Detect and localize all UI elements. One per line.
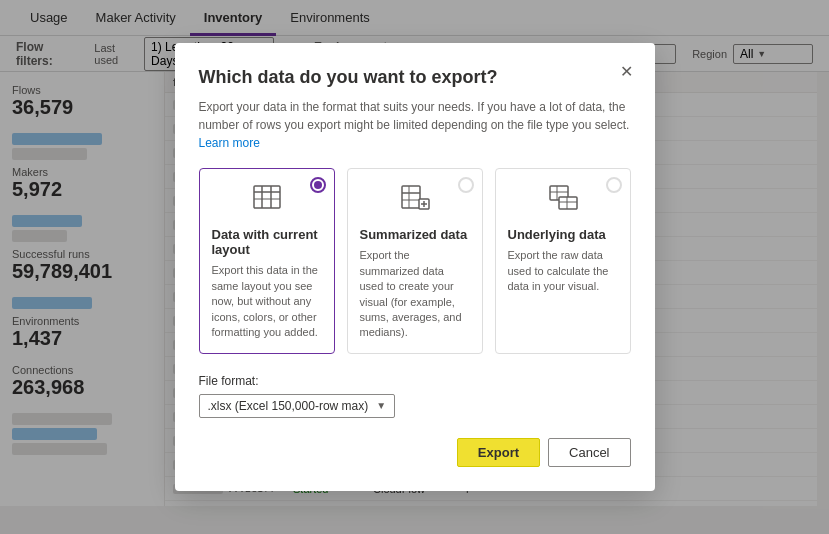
modal-overlay: ✕ Which data do you want to export? Expo… xyxy=(0,0,829,534)
cancel-button[interactable]: Cancel xyxy=(548,438,630,467)
option-current-layout-title: Data with current layout xyxy=(212,227,322,257)
radio-underlying xyxy=(606,177,622,193)
export-options: Data with current layout Export this dat… xyxy=(199,168,631,353)
option-underlying-desc: Export the raw data used to calculate th… xyxy=(508,248,618,294)
export-button[interactable]: Export xyxy=(457,438,540,467)
svg-rect-15 xyxy=(559,197,577,209)
modal-footer: Export Cancel xyxy=(199,438,631,467)
option-summarized-title: Summarized data xyxy=(360,227,470,242)
svg-rect-5 xyxy=(402,186,420,208)
modal-title: Which data do you want to export? xyxy=(199,67,631,88)
option-current-layout[interactable]: Data with current layout Export this dat… xyxy=(199,168,335,353)
option-current-layout-desc: Export this data in the same layout you … xyxy=(212,263,322,340)
table-icon xyxy=(212,181,322,219)
radio-summarized xyxy=(458,177,474,193)
chevron-down-icon: ▼ xyxy=(376,400,386,411)
option-summarized-desc: Export the summarized data used to creat… xyxy=(360,248,470,340)
modal-description: Export your data in the format that suit… xyxy=(199,98,631,152)
file-format-label: File format: xyxy=(199,374,631,388)
modal-close-button[interactable]: ✕ xyxy=(615,59,639,83)
option-underlying[interactable]: Underlying data Export the raw data used… xyxy=(495,168,631,353)
radio-current-layout xyxy=(310,177,326,193)
learn-more-link[interactable]: Learn more xyxy=(199,136,260,150)
export-modal: ✕ Which data do you want to export? Expo… xyxy=(175,43,655,490)
svg-rect-0 xyxy=(254,186,280,208)
option-summarized[interactable]: Summarized data Export the summarized da… xyxy=(347,168,483,353)
file-format-dropdown[interactable]: .xlsx (Excel 150,000-row max) ▼ xyxy=(199,394,396,418)
option-underlying-title: Underlying data xyxy=(508,227,618,242)
summarized-icon xyxy=(360,181,470,219)
underlying-icon xyxy=(508,181,618,219)
